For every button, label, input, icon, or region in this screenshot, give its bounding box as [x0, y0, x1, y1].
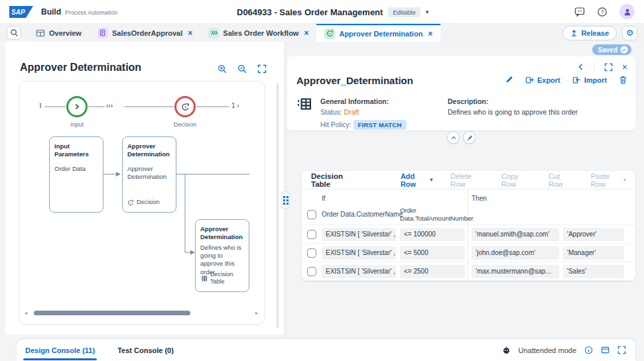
cut-row-label: Cut Row [548, 172, 573, 188]
condition-cell[interactable]: EXISTSIN [ 'Silverstar' , '... [322, 228, 396, 241]
help-icon[interactable]: ? [597, 7, 608, 17]
flow-input-node[interactable] [66, 96, 88, 117]
row-checkbox[interactable] [307, 248, 316, 258]
if-label: If [322, 195, 326, 202]
result-cell[interactable]: 'Sales' [563, 265, 624, 278]
fullscreen-icon[interactable] [617, 346, 626, 354]
tab-test-console[interactable]: Test Console (0) [109, 339, 182, 361]
saved-badge: Saved [592, 44, 631, 55]
zoom-in-icon[interactable] [218, 64, 227, 74]
tab-sales-order-workflow[interactable]: Sales Order Workflow × [200, 24, 316, 42]
close-icon[interactable]: × [304, 29, 308, 37]
gear-icon[interactable]: ⚙ [622, 26, 637, 40]
decision-node-label: Decision [166, 121, 204, 128]
result-cell[interactable]: 'Manager' [563, 246, 624, 260]
test-console-label: Test Console (0) [117, 346, 174, 354]
copy-row-button[interactable]: Copy Row [501, 172, 531, 188]
flow-decision-node[interactable] [174, 96, 196, 117]
fit-to-screen-icon[interactable] [257, 64, 267, 74]
upload-icon [570, 29, 578, 36]
delete-row-label: Delete Row [450, 172, 483, 188]
horizontal-scrollbar[interactable]: ◂ ▸ [25, 310, 261, 316]
import-button[interactable]: Import [572, 76, 607, 84]
row-checkbox[interactable] [307, 230, 316, 239]
collapse-header-button[interactable] [447, 131, 460, 144]
release-button[interactable]: Release [562, 26, 617, 40]
table-row[interactable]: EXISTSIN [ 'Silverstar' , '... <= 100000… [302, 225, 635, 244]
close-icon[interactable]: × [188, 29, 192, 37]
flow-start-marker: I [39, 102, 42, 109]
add-row-button[interactable]: Add Row ▾ [401, 172, 432, 188]
info-icon[interactable] [584, 346, 593, 354]
result-cell[interactable]: 'max.mustermann@sap... [472, 265, 559, 278]
search-icon[interactable] [7, 26, 21, 40]
flow-skip-marker: ››› [106, 102, 113, 109]
pin-header-button[interactable] [463, 131, 476, 144]
tab-label: Overview [49, 29, 82, 37]
edit-icon[interactable] [505, 76, 513, 84]
split-panel-icon[interactable] [601, 346, 610, 354]
tab-approver-determination[interactable]: Approver Determination × [316, 24, 440, 42]
decision-icon [324, 28, 335, 39]
description-label: Description: [448, 97, 488, 105]
expand-panel-icon[interactable] [604, 63, 613, 72]
decision-table-title: Decision Table [311, 172, 359, 188]
approver-determination-box[interactable]: Approver Determination Approver Determin… [122, 136, 176, 213]
splitter-grip-icon[interactable] [281, 191, 290, 209]
paste-row-button[interactable]: Paste Row ▾ [591, 172, 626, 188]
export-label: Export [537, 76, 560, 84]
scroll-left-icon[interactable]: ◂ [25, 310, 30, 316]
avatar[interactable] [619, 4, 635, 19]
decision-detail-panel: Saved × Approver_Determination Export [287, 42, 635, 339]
tab-overview[interactable]: Overview [28, 24, 90, 42]
editable-badge: Editable [388, 7, 420, 17]
export-button[interactable]: Export [525, 76, 560, 84]
form-icon [97, 28, 108, 38]
select-all-checkbox[interactable] [307, 210, 316, 219]
close-panel-icon[interactable]: × [622, 62, 627, 72]
navigate-back-icon[interactable] [577, 63, 585, 71]
status-label: Status: [320, 108, 342, 116]
feedback-icon[interactable] [574, 7, 585, 17]
zoom-out-icon[interactable] [237, 64, 247, 74]
product-brand: Build Process Automation [41, 7, 117, 17]
decision-icon [127, 199, 134, 206]
input-parameters-box[interactable]: Input Parameters Order Data [49, 136, 103, 213]
unattended-mode-label[interactable]: Unattended mode [519, 346, 576, 354]
paste-row-label: Paste Row [591, 172, 621, 188]
product-suffix: Process Automation [65, 9, 117, 16]
condition-cell[interactable]: <= 5000 [400, 246, 465, 260]
table-row[interactable]: EXISTSIN [ 'Silverstar' , '... <= 5000 '… [302, 244, 635, 262]
cut-row-button[interactable]: Cut Row [548, 172, 573, 188]
box-footer-label: Decision Table [210, 271, 249, 286]
result-cell[interactable]: 'john.doe@sap.com' [472, 246, 559, 260]
condition-cell[interactable]: <= 100000 [400, 228, 465, 241]
box-title: Approver Determination [200, 225, 244, 241]
vertical-scrollbar[interactable] [277, 83, 279, 328]
table-row[interactable]: EXISTSIN [ 'Silverstar' , '... <= 2500 '… [302, 262, 635, 281]
flow-canvas[interactable]: I ››› 1 › Input Decision Input Parameter… [19, 81, 265, 325]
result-cell[interactable]: 'manuel.smith@sap.com' [472, 228, 559, 241]
condition-cell[interactable]: <= 2500 [400, 265, 465, 278]
decision-header-card: × Approver_Determination Export Import [287, 56, 635, 130]
decision-info-box[interactable]: Approver Determination Defines who is go… [195, 219, 249, 292]
description-value: Defines who is going to approve this ord… [448, 107, 578, 117]
import-label: Import [584, 76, 607, 84]
close-icon[interactable]: × [428, 30, 432, 38]
row-checkbox[interactable] [307, 267, 316, 276]
scrollbar-thumb[interactable] [34, 311, 190, 315]
delete-row-button[interactable]: Delete Row [450, 172, 483, 188]
condition-cell[interactable]: EXISTSIN [ 'Silverstar' , '... [322, 246, 396, 260]
decision-icon [181, 103, 190, 111]
tab-design-console[interactable]: Design Console (11) [17, 339, 103, 361]
tab-label: Sales Order Workflow [223, 29, 298, 37]
box-footer-label: Decision [137, 199, 160, 207]
canvas-title: Approver Determination [20, 62, 141, 74]
delete-icon[interactable] [619, 76, 627, 84]
tab-sales-order-approval[interactable]: SalesOrderApproval × [90, 24, 200, 42]
panel-splitter[interactable] [284, 42, 287, 339]
chevron-down-icon[interactable]: ▾ [426, 9, 429, 15]
scroll-right-icon[interactable]: ▸ [255, 310, 261, 316]
condition-cell[interactable]: EXISTSIN [ 'Silverstar' , '... [322, 265, 396, 278]
result-cell[interactable]: 'Approver' [563, 228, 624, 241]
